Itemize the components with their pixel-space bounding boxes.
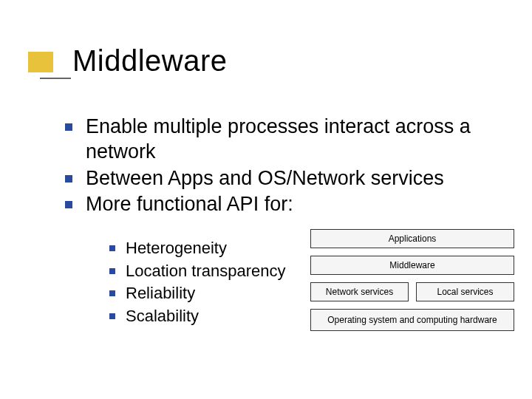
square-bullet-icon (109, 290, 115, 296)
diagram-box-local-services: Local services (416, 282, 514, 301)
list-item: Between Apps and OS/Network services (65, 166, 508, 191)
list-item-text: Enable multiple processes interact acros… (86, 115, 508, 165)
list-item: More functional API for: (65, 192, 508, 217)
diagram-row: Operating system and computing hardware (310, 309, 514, 331)
title-accent-square (28, 52, 53, 72)
square-bullet-icon (65, 201, 72, 208)
list-item-text: Between Apps and OS/Network services (86, 166, 444, 191)
square-bullet-icon (65, 123, 72, 131)
diagram-box-middleware: Middleware (310, 256, 514, 275)
bullet-list-level2: Heterogeneity Location transparency Reli… (109, 238, 285, 328)
title-accent-rule (40, 78, 71, 79)
square-bullet-icon (109, 268, 115, 274)
square-bullet-icon (65, 175, 72, 183)
diagram-box-network-services: Network services (310, 282, 409, 301)
slide: Middleware Enable multiple processes int… (0, 0, 532, 399)
diagram-box-os-hardware: Operating system and computing hardware (310, 309, 514, 331)
list-item-text: Reliability (126, 283, 195, 304)
slide-title: Middleware (72, 44, 228, 78)
list-item: Enable multiple processes interact acros… (65, 115, 508, 165)
list-item-text: Location transparency (126, 261, 285, 282)
list-item-text: Heterogeneity (126, 238, 227, 259)
list-item: Reliability (109, 283, 285, 304)
architecture-diagram: Applications Middleware Network services… (310, 229, 514, 338)
list-item: Heterogeneity (109, 238, 285, 259)
square-bullet-icon (109, 313, 115, 319)
diagram-row: Middleware (310, 256, 514, 275)
diagram-box-applications: Applications (310, 229, 514, 248)
list-item-text: Scalability (126, 306, 199, 327)
diagram-row: Applications (310, 229, 514, 248)
list-item-text: More functional API for: (86, 192, 293, 217)
diagram-row: Network services Local services (310, 282, 514, 301)
square-bullet-icon (109, 245, 115, 251)
list-item: Scalability (109, 306, 285, 327)
list-item: Location transparency (109, 261, 285, 282)
bullet-list-level1: Enable multiple processes interact acros… (65, 115, 508, 219)
